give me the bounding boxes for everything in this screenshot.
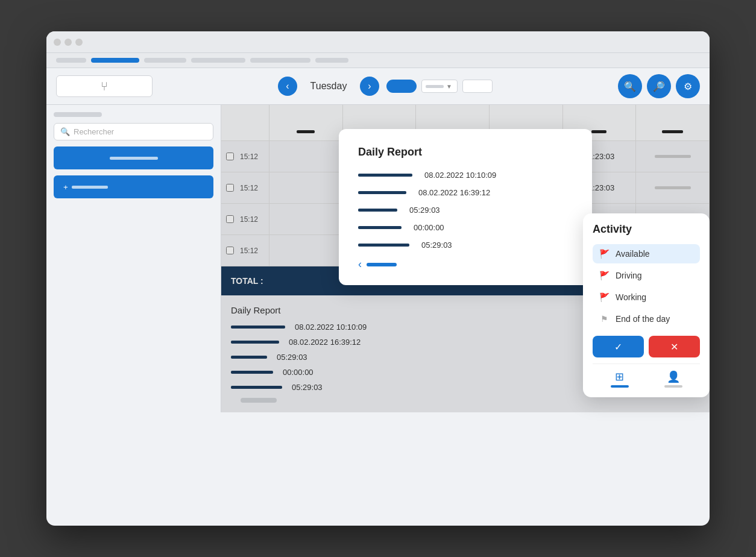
flag-working-icon: 🚩	[599, 293, 610, 301]
tab-1[interactable]	[56, 58, 86, 63]
tab-6[interactable]	[315, 58, 348, 63]
activity-footer: ⊞ 👤	[593, 363, 700, 388]
modal-prev-btn[interactable]: ‹	[358, 258, 362, 271]
modal-line-4	[358, 226, 402, 229]
dot-minimize[interactable]	[65, 39, 72, 46]
tab-3[interactable]	[144, 58, 186, 63]
modal-value-5: 05:29:03	[421, 241, 452, 250]
activity-cancel-button[interactable]: ✕	[649, 336, 700, 357]
modal-row-2: 08.02.2022 16:39:12	[358, 188, 573, 197]
activity-label-available: Available	[616, 249, 650, 259]
modal-row-4: 00:00:00	[358, 223, 573, 232]
modal-title: Daily Report	[358, 146, 573, 159]
activity-footer-btn-1[interactable]: ⊞	[593, 370, 646, 388]
activity-label-driving: Driving	[616, 271, 642, 280]
modal-row-3: 05:29:03	[358, 206, 573, 215]
modal-value-4: 00:00:00	[414, 223, 444, 232]
activity-footer-icon-2: 👤	[667, 370, 680, 383]
tab-5[interactable]	[250, 58, 310, 63]
modal-value-3: 05:29:03	[409, 206, 440, 215]
modal-line-5	[358, 244, 409, 247]
flag-end-of-day-icon: ⚑	[599, 315, 610, 323]
zoom-toggle[interactable]	[386, 80, 417, 93]
zoom-button[interactable]: 🔎	[647, 74, 671, 98]
modal-value-2: 08.02.2022 16:39:12	[418, 188, 490, 197]
modal-line-1	[358, 174, 412, 177]
current-day-label: Tuesday	[304, 81, 353, 92]
activity-panel: Activity 🚩 Available 🚩 Driving 🚩 Working…	[583, 213, 710, 397]
tab-2-active[interactable]	[91, 58, 139, 63]
browser-window: ⑂ ‹ Tuesday › ▼ 🔍 🔎 ⚙	[46, 31, 710, 526]
tab-4[interactable]	[191, 58, 245, 63]
prev-day-button[interactable]: ‹	[278, 77, 297, 96]
activity-footer-icon-1: ⊞	[615, 370, 624, 383]
activity-label-end-of-day: End of the day	[616, 314, 670, 324]
modal-value-1: 08.02.2022 10:10:09	[424, 171, 496, 180]
title-bar-dots	[54, 39, 83, 46]
activity-item-end-of-day[interactable]: ⚑ End of the day	[593, 309, 700, 329]
org-selector[interactable]: ⑂	[56, 75, 153, 97]
settings-button[interactable]: ⚙	[676, 74, 700, 98]
dot-close[interactable]	[54, 39, 61, 46]
activity-item-working[interactable]: 🚩 Working	[593, 288, 700, 307]
activity-confirm-button[interactable]: ✓	[593, 336, 644, 357]
flag-available-icon: 🚩	[599, 250, 610, 258]
sidebar-btn-add[interactable]: +	[54, 175, 213, 198]
activity-buttons: ✓ ✕	[593, 336, 700, 357]
activity-label-working: Working	[616, 292, 646, 302]
activity-title: Activity	[593, 223, 700, 236]
toolbar-left: ⑂	[56, 75, 153, 97]
activity-footer-btn-2[interactable]: 👤	[646, 370, 700, 388]
activity-footer-line-2	[664, 385, 682, 388]
toolbar-center: ‹ Tuesday › ▼	[160, 77, 611, 96]
nav-tabs	[46, 53, 710, 68]
search-button[interactable]: 🔍	[618, 74, 642, 98]
activity-item-available[interactable]: 🚩 Available	[593, 244, 700, 263]
sidebar-btn-1[interactable]	[54, 146, 213, 169]
activity-footer-line-1	[611, 385, 629, 388]
search-placeholder: Rechercher	[74, 127, 114, 136]
title-bar	[46, 31, 710, 53]
dot-maximize[interactable]	[75, 39, 83, 46]
modal-row-1: 08.02.2022 10:10:09	[358, 171, 573, 180]
toolbar-right: 🔍 🔎 ⚙	[618, 74, 700, 98]
zoom-select[interactable]: ▼	[421, 80, 458, 93]
zoom-small[interactable]	[462, 80, 493, 93]
modal-scroll-indicator	[367, 263, 397, 266]
search-box[interactable]: 🔍 Rechercher	[54, 123, 213, 140]
daily-report-modal: Daily Report 08.02.2022 10:10:09 08.02.2…	[339, 129, 592, 285]
zoom-controls: ▼	[386, 80, 493, 93]
activity-item-driving[interactable]: 🚩 Driving	[593, 266, 700, 285]
next-day-button[interactable]: ›	[360, 77, 379, 96]
modal-line-2	[358, 191, 406, 194]
modal-nav: ‹	[358, 258, 573, 271]
modal-line-3	[358, 209, 397, 212]
toolbar: ⑂ ‹ Tuesday › ▼ 🔍 🔎 ⚙	[46, 68, 710, 105]
modal-row-5: 05:29:03	[358, 241, 573, 250]
search-icon: 🔍	[60, 127, 70, 136]
sidebar: 🔍 Rechercher +	[46, 105, 221, 412]
main-area: 🔍 Rechercher +	[46, 105, 710, 412]
sidebar-title-bar	[54, 112, 102, 117]
flag-driving-icon: 🚩	[599, 271, 610, 280]
